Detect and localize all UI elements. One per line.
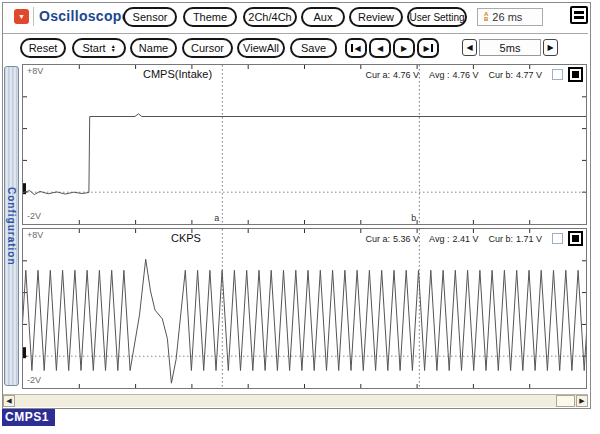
save-button[interactable]: Save (290, 38, 337, 58)
timebase-decrease-button[interactable]: ◀ (462, 39, 477, 56)
timebase-increase-button[interactable]: ▶ (543, 39, 558, 56)
channel-2-checkbox[interactable] (552, 233, 563, 244)
channel-1-waveform (23, 65, 586, 224)
step-back-icon: ◀ (377, 44, 383, 53)
reset-button[interactable]: Reset (20, 38, 66, 58)
menu-icon[interactable] (570, 6, 588, 24)
channel-1-checkbox[interactable] (552, 69, 563, 80)
sensor-button[interactable]: Sensor (123, 7, 177, 27)
cur-a-label: Cur a: (366, 234, 391, 244)
step-forward-button[interactable]: ▶ (393, 38, 415, 58)
cursor-button[interactable]: Cursor (182, 38, 233, 58)
channel-2-vmax-label: +8V (27, 230, 43, 240)
review-button[interactable]: Review (349, 7, 403, 27)
horizontal-scrollbar[interactable]: ◀ ▶ (3, 394, 588, 407)
ab-time-display: A B 26 ms (477, 8, 543, 26)
scroll-right-icon: ▶ (579, 397, 584, 405)
oscilloscope-app: ▼ Oscilloscope Sensor Theme 2Ch/4Ch Aux … (0, 0, 600, 434)
scrollbar-thumb[interactable] (556, 395, 575, 407)
cur-b-label: Cur b: (488, 70, 513, 80)
timebase-right-icon: ▶ (547, 43, 553, 52)
ab-cursor-icon: A B (484, 12, 488, 22)
cur-a-label: Cur a: (366, 70, 391, 80)
scroll-right-button[interactable]: ▶ (576, 395, 588, 407)
channel-1-vmin-label: -2V (27, 211, 41, 221)
dropdown-arrow-icon: ▼ (18, 13, 25, 20)
start-spinner-icon[interactable]: ▲ ▼ (111, 44, 116, 52)
cur-a-value: 4.76 V (393, 70, 419, 80)
channel-2-plot[interactable]: +8V -2V CKPS Cur a: 5.36 V Avg : 2.41 V … (22, 228, 587, 389)
step-back-button[interactable]: ◀ (369, 38, 391, 58)
cur-b-value: 1.71 V (516, 234, 542, 244)
channel-1-title: CMPS(Intake) (143, 68, 212, 80)
avg-label: Avg : (429, 70, 449, 80)
toolbar-divider (3, 33, 588, 34)
step-forward-icon: ▶ (401, 44, 407, 53)
configuration-tab[interactable]: Configuration (4, 66, 19, 386)
avg-value: 2.41 V (452, 234, 478, 244)
avg-label: Avg : (429, 234, 449, 244)
jump-start-button[interactable]: ◀ (345, 38, 367, 58)
cur-a-value: 5.36 V (393, 234, 419, 244)
name-button[interactable]: Name (130, 38, 177, 58)
channel-1-plot[interactable]: +8V -2V CMPS(Intake) Cur a: 4.76 V Avg :… (22, 64, 587, 225)
cursor-b-tag[interactable]: b (411, 213, 416, 223)
view-all-button[interactable]: ViewAll (237, 38, 285, 58)
jump-end-button[interactable]: ▶ (417, 38, 439, 58)
start-button[interactable]: Start ▲ ▼ (72, 38, 126, 58)
spin-down-icon: ▼ (111, 48, 116, 52)
timebase-display: 5ms (479, 39, 541, 56)
start-label: Start (82, 42, 105, 54)
channel-1-vmax-label: +8V (27, 66, 43, 76)
user-setting-button[interactable]: User Setting (407, 7, 467, 27)
cur-b-value: 4.77 V (516, 70, 542, 80)
app-title: Oscilloscope (39, 8, 130, 24)
ab-time-value: 26 ms (492, 11, 522, 23)
jump-end-icon: ▶ (423, 44, 429, 53)
title-divider (33, 7, 34, 26)
avg-value: 4.76 V (452, 70, 478, 80)
jump-start-icon: ◀ (354, 44, 360, 53)
bar-icon (431, 44, 433, 52)
cur-b-label: Cur b: (488, 234, 513, 244)
scroll-left-button[interactable]: ◀ (3, 395, 15, 407)
channel-2-title: CKPS (171, 232, 201, 244)
channel-1-readout: Cur a: 4.76 V Avg : 4.76 V Cur b: 4.77 V (366, 67, 583, 82)
channel-2-vmin-label: -2V (27, 375, 41, 385)
cursor-a-tag[interactable]: a (214, 213, 219, 223)
file-tab[interactable]: CMPS1 (2, 409, 55, 426)
channel-2-active-button[interactable] (568, 231, 583, 246)
ab-b-glyph: B (484, 17, 488, 22)
bar-icon (351, 44, 353, 52)
channel-mode-button[interactable]: 2Ch/4Ch (243, 7, 297, 27)
timebase-left-icon: ◀ (466, 43, 472, 52)
aux-button[interactable]: Aux (301, 7, 345, 27)
channel-2-readout: Cur a: 5.36 V Avg : 2.41 V Cur b: 1.71 V (366, 231, 583, 246)
channel-2-waveform (23, 229, 586, 388)
channel-1-active-button[interactable] (568, 67, 583, 82)
theme-button[interactable]: Theme (183, 7, 237, 27)
app-dropdown-icon[interactable]: ▼ (14, 9, 29, 24)
scroll-left-icon: ◀ (6, 397, 11, 405)
